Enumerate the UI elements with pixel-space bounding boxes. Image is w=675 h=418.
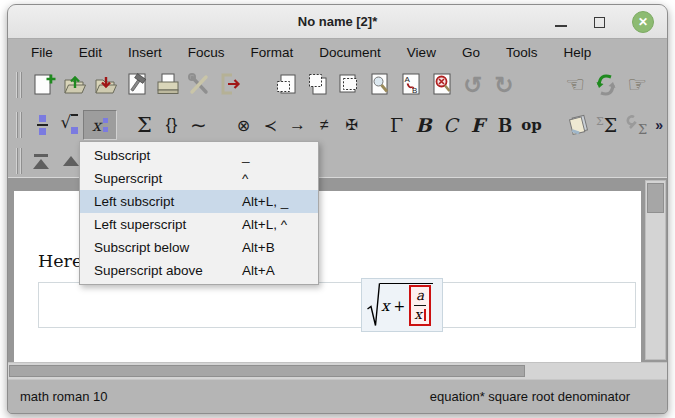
print-button[interactable] bbox=[153, 68, 183, 102]
menu-help[interactable]: Help bbox=[550, 42, 604, 63]
cut-button[interactable] bbox=[272, 68, 302, 102]
operator-name-button[interactable]: op bbox=[518, 110, 545, 140]
toolbar-overflow-button[interactable]: » bbox=[655, 117, 663, 133]
open-document-icon bbox=[62, 71, 88, 99]
fraction-icon bbox=[37, 115, 48, 135]
back-button[interactable]: ☜ bbox=[560, 68, 590, 102]
customize-math-button[interactable]: Σ bbox=[620, 110, 649, 140]
vertical-scrollbar[interactable] bbox=[645, 180, 666, 360]
tools-icon bbox=[186, 71, 212, 99]
rightarrow-button[interactable]: → bbox=[284, 110, 311, 140]
menu-file[interactable]: File bbox=[18, 42, 66, 63]
app-window: No name [2]* ✕ File Edit Insert Focus Fo… bbox=[7, 4, 668, 414]
status-left: math roman 10 bbox=[20, 389, 107, 404]
bold-button[interactable]: B bbox=[410, 110, 437, 140]
redo-button[interactable]: ↻ bbox=[489, 68, 519, 102]
menu-item-superscript-above[interactable]: Superscript above Alt+A bbox=[80, 259, 318, 282]
new-document-button[interactable] bbox=[29, 68, 59, 102]
big-operator-button[interactable]: Σ bbox=[131, 110, 158, 140]
spell-check-icon bbox=[429, 71, 455, 99]
copy-icon bbox=[305, 71, 331, 99]
new-document-icon bbox=[31, 71, 57, 99]
calligraphic-button[interactable]: C bbox=[437, 110, 464, 140]
redo-icon: ↻ bbox=[494, 74, 513, 97]
symbol-palette-button[interactable]: ΣΣ bbox=[593, 110, 620, 140]
shortcut-label: Alt+A bbox=[242, 263, 304, 278]
fraction-button[interactable] bbox=[29, 110, 56, 140]
notebook-icon bbox=[565, 112, 591, 138]
subscript-superscript-button[interactable]: x bbox=[83, 110, 117, 140]
minimize-button[interactable] bbox=[555, 25, 567, 27]
main-toolbar: AB ↺ ↻ ☜ ☞ bbox=[8, 65, 667, 105]
menu-focus[interactable]: Focus bbox=[175, 42, 238, 63]
spell-check-button[interactable] bbox=[427, 68, 457, 102]
subscript-dropdown-menu: Subscript _ Superscript ^ Left subscript… bbox=[79, 141, 319, 285]
sigma-palette-icon: ΣΣ bbox=[596, 114, 617, 136]
menu-tools[interactable]: Tools bbox=[493, 42, 551, 63]
replace-button[interactable]: AB bbox=[396, 68, 426, 102]
exit-left-icon bbox=[34, 154, 48, 157]
titlebar[interactable]: No name [2]* ✕ bbox=[8, 5, 667, 39]
close-button[interactable]: ✕ bbox=[632, 11, 654, 33]
preferences-button[interactable] bbox=[184, 68, 214, 102]
open-document-button[interactable] bbox=[60, 68, 90, 102]
shortcut-label: Alt+B bbox=[242, 240, 304, 255]
math-variable: x bbox=[381, 297, 389, 315]
menu-document[interactable]: Document bbox=[306, 42, 394, 63]
window-controls: ✕ bbox=[555, 5, 654, 39]
wrench-sigma-icon: Σ bbox=[622, 114, 647, 137]
accent-button[interactable]: ∼ bbox=[185, 110, 212, 140]
radicand: x + a x bbox=[380, 283, 433, 327]
horizontal-scrollbar[interactable] bbox=[8, 362, 667, 379]
menu-format[interactable]: Format bbox=[238, 42, 307, 63]
greek-letter-button[interactable]: Γ bbox=[383, 110, 410, 140]
build-button[interactable] bbox=[122, 68, 152, 102]
formula-focus-box[interactable]: x + a x bbox=[361, 278, 443, 332]
cursor-focus-box[interactable]: a x bbox=[409, 285, 431, 326]
toolbar-grip[interactable] bbox=[16, 72, 22, 98]
fraktur-button[interactable]: F bbox=[464, 110, 491, 140]
vertical-scrollbar-thumb[interactable] bbox=[647, 183, 664, 213]
menu-go[interactable]: Go bbox=[449, 42, 493, 63]
menu-view[interactable]: View bbox=[394, 42, 449, 63]
braces-button[interactable]: {} bbox=[158, 110, 185, 140]
svg-text:A: A bbox=[405, 75, 411, 84]
menu-item-left-subscript[interactable]: Left subscript Alt+L, _ bbox=[80, 190, 318, 213]
cut-icon bbox=[274, 71, 300, 99]
equation-block[interactable]: x + a x bbox=[38, 282, 636, 328]
reload-button[interactable] bbox=[591, 68, 621, 102]
paste-button[interactable] bbox=[334, 68, 364, 102]
status-right: equation* square root denominator bbox=[430, 389, 630, 404]
menu-item-subscript-below[interactable]: Subscript below Alt+B bbox=[80, 236, 318, 259]
menu-item-superscript[interactable]: Superscript ^ bbox=[80, 167, 318, 190]
neq-button[interactable]: ≠ bbox=[311, 110, 338, 140]
math-toolbar: √ x Σ {} ∼ ⊗ ≺ → ≠ ✠ Γ B C F B op ΣΣ Σ » bbox=[8, 105, 667, 145]
copy-button[interactable] bbox=[303, 68, 333, 102]
notebook-button[interactable] bbox=[563, 110, 593, 140]
blackboard-bold-button[interactable]: B bbox=[491, 110, 518, 140]
printer-icon bbox=[155, 71, 181, 99]
maximize-button[interactable] bbox=[594, 17, 605, 28]
save-document-button[interactable] bbox=[91, 68, 121, 102]
export-button[interactable] bbox=[215, 68, 245, 102]
find-button[interactable] bbox=[365, 68, 395, 102]
forward-button[interactable]: ☞ bbox=[622, 68, 652, 102]
menu-edit[interactable]: Edit bbox=[66, 42, 115, 63]
toolbar-grip[interactable] bbox=[16, 112, 22, 138]
exit-left-button[interactable] bbox=[29, 150, 53, 172]
triangle-up-icon bbox=[63, 156, 79, 166]
shortcut-label: Alt+L, ^ bbox=[242, 217, 304, 232]
toolbar-grip[interactable] bbox=[16, 148, 22, 174]
save-document-icon bbox=[93, 71, 119, 99]
menu-item-subscript[interactable]: Subscript _ bbox=[80, 144, 318, 167]
square-root-button[interactable]: √ bbox=[56, 110, 83, 140]
replace-icon: AB bbox=[398, 71, 424, 99]
undo-button[interactable]: ↺ bbox=[458, 68, 488, 102]
horizontal-scrollbar-thumb[interactable] bbox=[9, 365, 525, 377]
prec-button[interactable]: ≺ bbox=[257, 110, 284, 140]
menu-insert[interactable]: Insert bbox=[115, 42, 175, 63]
otimes-button[interactable]: ⊗ bbox=[230, 110, 257, 140]
statusbar: math roman 10 equation* square root deno… bbox=[8, 379, 667, 413]
menu-item-left-superscript[interactable]: Left superscript Alt+L, ^ bbox=[80, 213, 318, 236]
maltese-cross-button[interactable]: ✠ bbox=[338, 110, 365, 140]
